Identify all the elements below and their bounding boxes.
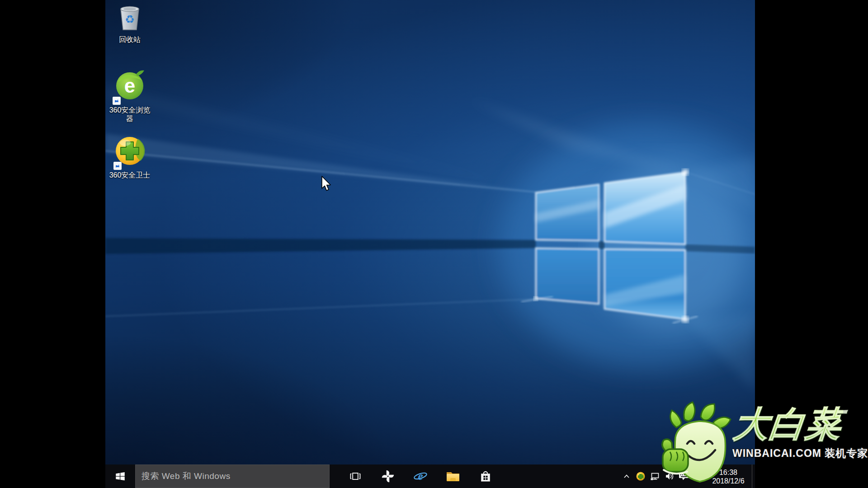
shortcut-arrow-icon [113, 97, 121, 105]
360-guard-tray-button[interactable] [633, 465, 648, 488]
task-view-icon [349, 470, 362, 483]
pinwheel-icon [381, 469, 395, 483]
language-label: 英 [695, 470, 703, 482]
recycle-bin-icon: ♻ [117, 4, 142, 33]
windows-store-button[interactable] [469, 465, 502, 488]
taskbar-buttons: e [339, 465, 502, 488]
network-icon [650, 471, 660, 482]
clock[interactable]: 16:38 2018/12/6 [707, 465, 750, 488]
wallpaper-art [105, 0, 755, 488]
desktop-icon-label: 回收站 [119, 35, 141, 44]
desktop-icon-360-guard[interactable]: 360安全卫士 [106, 135, 153, 179]
pinwheel-app-button[interactable] [372, 465, 404, 488]
windows-hero-wallpaper [105, 0, 755, 488]
svg-text:e: e [418, 470, 423, 482]
volume-tray-button[interactable] [662, 465, 677, 488]
touch-keyboard-tray-button[interactable] [677, 465, 691, 488]
screen: ♻ 回收站 e [0, 0, 868, 488]
taskbar: 搜索 Web 和 Windows [105, 465, 755, 488]
language-indicator[interactable]: 英 [691, 465, 707, 488]
network-tray-button[interactable] [648, 465, 662, 488]
chevron-up-icon [623, 472, 631, 480]
file-explorer-button[interactable] [437, 465, 469, 488]
windows-logo-icon [114, 470, 126, 482]
360-guard-icon [114, 135, 145, 169]
shortcut-arrow-icon [113, 162, 122, 170]
touch-keyboard-icon [678, 471, 690, 482]
internet-explorer-button[interactable]: e [404, 465, 437, 488]
speaker-icon [664, 471, 675, 482]
desktop-icon-360-browser[interactable]: e 360安全浏览器 [106, 67, 153, 123]
desktop: ♻ 回收站 e [105, 0, 755, 488]
start-button[interactable] [105, 465, 135, 488]
360-guard-tray-icon [636, 471, 646, 481]
task-view-button[interactable] [339, 465, 372, 488]
file-explorer-icon [446, 470, 460, 483]
system-tray: 英 16:38 2018/12/6 [620, 465, 752, 488]
desktop-icon-label: 360安全卫士 [109, 171, 151, 179]
search-placeholder: 搜索 Web 和 Windows [142, 470, 231, 482]
show-desktop-button[interactable] [752, 465, 752, 488]
desktop-icon-recycle-bin[interactable]: ♻ 回收站 [106, 4, 153, 44]
internet-explorer-icon: e [413, 469, 428, 483]
360-browser-icon: e [113, 67, 146, 104]
windows-store-icon [479, 469, 492, 483]
svg-text:♻: ♻ [125, 13, 135, 26]
taskbar-search-input[interactable]: 搜索 Web 和 Windows [135, 465, 330, 488]
clock-time: 16:38 [712, 468, 744, 477]
show-hidden-icons-button[interactable] [620, 465, 633, 488]
clock-date: 2018/12/6 [712, 477, 744, 485]
desktop-icon-label: 360安全浏览器 [106, 106, 153, 123]
